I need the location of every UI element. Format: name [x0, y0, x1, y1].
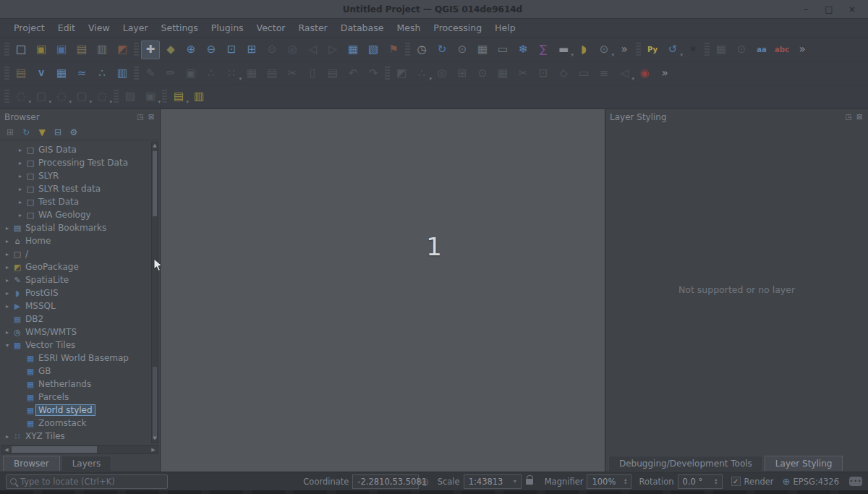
menu-item[interactable]: Layer: [116, 20, 155, 36]
render-checkbox[interactable]: ✓: [731, 477, 741, 486]
expand-arrow-icon[interactable]: ▸: [16, 147, 25, 153]
locate-input[interactable]: [20, 477, 163, 487]
toolbar-overflow-2-button[interactable]: »: [793, 41, 812, 59]
minimize-button[interactable]: –: [796, 2, 816, 17]
locate-bar[interactable]: [6, 474, 168, 489]
zoom-next-button[interactable]: ▷: [323, 41, 342, 59]
tree-item-spatialite[interactable]: ▸ ✎ SpatiaLite: [0, 273, 160, 286]
pan-to-selection-button[interactable]: ◆: [161, 41, 180, 59]
expand-arrow-icon[interactable]: ▸: [3, 290, 12, 297]
tree-item-gis-data[interactable]: ▸ □ GIS Data: [0, 143, 160, 156]
browser-refresh-button[interactable]: ↻: [19, 126, 33, 139]
field-calculator-button[interactable]: ▭: [493, 41, 512, 59]
scroll-down-icon[interactable]: ▼: [152, 435, 158, 443]
rotate-feature-button[interactable]: ◁: [615, 64, 634, 83]
current-edits-button[interactable]: ✎: [141, 64, 160, 83]
expand-arrow-icon[interactable]: ▸: [16, 160, 25, 166]
mouse-tracking-icon[interactable]: ◎: [420, 476, 428, 487]
expand-arrow-icon[interactable]: ▸: [16, 199, 25, 205]
toolbar-handle[interactable]: [134, 43, 139, 57]
layout-manager-button[interactable]: ▥: [93, 41, 111, 59]
zoom-last-button[interactable]: ◁: [303, 41, 322, 59]
scroll-up-icon[interactable]: ▲: [152, 142, 158, 150]
tree-item-parcels[interactable]: ▦ Parcels: [0, 391, 160, 404]
browser-close-icon[interactable]: ⊠: [147, 113, 156, 122]
tab-layers[interactable]: Layers: [61, 456, 112, 471]
layer-labeling-button[interactable]: ▤: [169, 88, 188, 106]
toolbar-handle[interactable]: [636, 43, 641, 57]
digitize-points-button[interactable]: ∴: [202, 64, 221, 83]
spinner-arrows-icon[interactable]: ▴▾: [715, 478, 718, 484]
toolbar-handle[interactable]: [705, 43, 710, 57]
tab-layer-styling[interactable]: Layer Styling: [765, 456, 843, 471]
menu-item[interactable]: Settings: [155, 20, 205, 36]
style-manager-button[interactable]: ◩: [113, 41, 132, 59]
select-features-button[interactable]: ◩: [392, 64, 411, 83]
scale-combobox[interactable]: 1:43813 ▾: [464, 474, 522, 489]
trim-extend-button[interactable]: ≡: [595, 64, 613, 83]
chevron-down-icon[interactable]: ▾: [514, 478, 516, 485]
menu-item[interactable]: Project: [7, 20, 51, 36]
tab-debugging-development-tools[interactable]: Debugging/Development Tools: [608, 456, 763, 471]
zoom-to-layer-button[interactable]: ◎: [283, 41, 302, 59]
advanced-digitize-3-button[interactable]: ◌: [52, 88, 71, 106]
paste-features-button[interactable]: ▤: [323, 64, 342, 83]
label-abc-button[interactable]: abc: [773, 41, 791, 59]
new-3d-map-view-button[interactable]: ▧: [364, 41, 383, 59]
tree-item-netherlands[interactable]: ▦ Netherlands: [0, 378, 160, 391]
toolbar-handle[interactable]: [405, 43, 410, 57]
advanced-digitize-4-button[interactable]: ▢: [72, 88, 91, 106]
cut-features-button[interactable]: ✂: [283, 64, 302, 83]
add-virtual-layer-button[interactable]: ▥: [113, 64, 132, 83]
expand-arrow-icon[interactable]: ▸: [3, 303, 12, 310]
advanced-digitize-2-button[interactable]: ▢: [32, 88, 51, 106]
menu-item[interactable]: Raster: [292, 20, 333, 36]
menu-item[interactable]: View: [82, 20, 116, 36]
measure-button[interactable]: ▬: [554, 41, 573, 59]
messages-icon[interactable]: •••: [849, 477, 862, 486]
expand-arrow-icon[interactable]: ▸: [3, 264, 12, 271]
tab-browser[interactable]: Browser: [3, 456, 60, 471]
tree-item-wms-wmts[interactable]: ▸ ◎ WMS/WMTS: [0, 325, 160, 338]
tree-item-root[interactable]: ▸ □ /: [0, 247, 160, 260]
rotation-spinbox[interactable]: 0.0 ° ▴▾: [678, 474, 723, 489]
expand-arrow-icon[interactable]: ▸: [3, 329, 12, 336]
new-map-view-button[interactable]: ▦: [344, 41, 362, 59]
tree-item-db2[interactable]: ▦ DB2: [0, 312, 160, 325]
copy-features-button[interactable]: ▯: [303, 64, 322, 83]
tree-item-xyz-tiles[interactable]: ▸ ∷ XYZ Tiles: [0, 430, 160, 443]
show-bookmarks-button[interactable]: ⚑: [384, 41, 403, 59]
tree-item-processing-test-data[interactable]: ▸ □ Processing Test Data: [0, 156, 160, 169]
deselect-button[interactable]: ◎: [433, 64, 451, 83]
plugin-sync-button[interactable]: ↺: [663, 41, 682, 59]
menu-item[interactable]: Database: [334, 20, 391, 36]
add-vector-layer-button[interactable]: V: [32, 64, 51, 83]
debug-button[interactable]: ✶: [684, 41, 702, 59]
tree-item-world-styled[interactable]: ▦ World styled: [0, 404, 160, 417]
maximize-button[interactable]: □: [819, 2, 839, 17]
raster-tools-button[interactable]: ▦: [712, 41, 731, 59]
add-mesh-layer-button[interactable]: ≈: [72, 64, 91, 83]
toolbar-overflow-button[interactable]: »: [615, 41, 634, 59]
add-raster-layer-button[interactable]: ▦: [52, 64, 71, 83]
undo-button[interactable]: ↶: [344, 64, 362, 83]
add-point-cloud-button[interactable]: ∴: [93, 64, 111, 83]
expand-arrow-icon[interactable]: ▸: [16, 173, 25, 179]
label-aa-button[interactable]: aa: [752, 41, 771, 59]
scrollbar-thumb-2[interactable]: [153, 367, 157, 439]
magnifier-spinbox[interactable]: 100% ▴▾: [587, 474, 631, 489]
open-project-button[interactable]: ▣: [32, 41, 51, 59]
layer-diagram-button[interactable]: ▥: [190, 88, 208, 106]
expand-arrow-icon[interactable]: ▸: [16, 212, 25, 218]
save-project-button[interactable]: ▣: [52, 41, 71, 59]
toolbar-handle[interactable]: [4, 67, 9, 81]
menu-item[interactable]: Processing: [427, 20, 488, 36]
zoom-native-button[interactable]: ⊡: [222, 41, 241, 59]
browser-float-icon[interactable]: ◳: [136, 113, 145, 122]
toolbar-handle[interactable]: [385, 67, 390, 81]
form-annotation-button[interactable]: ▣: [141, 88, 160, 106]
scroll-right-icon[interactable]: ▶: [149, 446, 158, 453]
toolbar-handle[interactable]: [162, 90, 167, 104]
browser-properties-button[interactable]: ⚙: [67, 126, 81, 139]
toolbar-handle[interactable]: [4, 90, 9, 104]
